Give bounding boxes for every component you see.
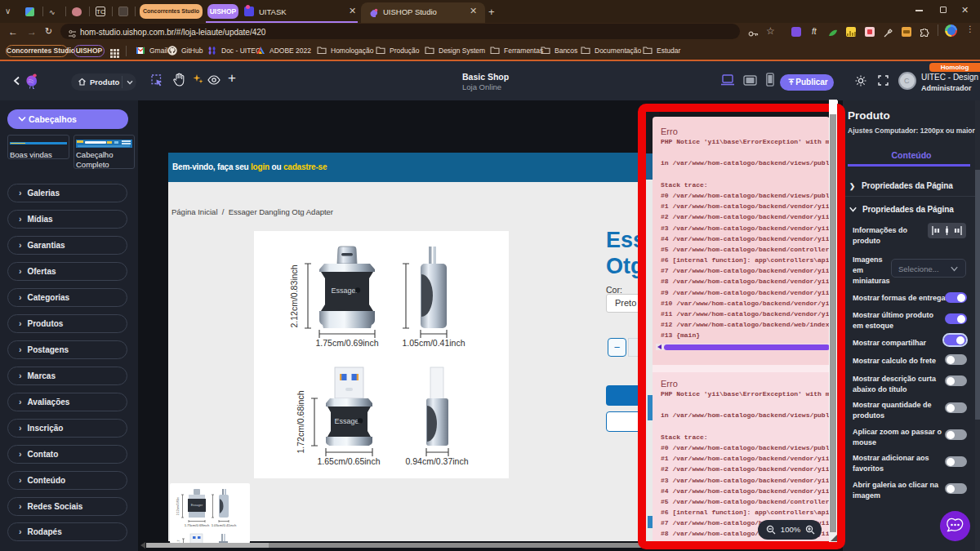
svg-text:1.72cm/0.68inch: 1.72cm/0.68inch	[296, 390, 305, 453]
svg-text:Essager: Essager	[334, 417, 361, 425]
svg-text:Essager: Essager	[331, 287, 358, 295]
svg-text:1.75cm/0.69inch: 1.75cm/0.69inch	[315, 338, 378, 348]
svg-text:2.12cm/0.83inch: 2.12cm/0.83inch	[289, 264, 299, 327]
svg-text:Essager: Essager	[191, 503, 203, 507]
svg-text:0.94cm/0.37inch: 0.94cm/0.37inch	[405, 456, 468, 466]
svg-text:1.65cm/0.65inch: 1.65cm/0.65inch	[317, 456, 380, 466]
svg-text:1.05cm/0.41inch: 1.05cm/0.41inch	[402, 338, 465, 348]
svg-text:2.12cm/0.83in: 2.12cm/0.83in	[176, 497, 180, 516]
svg-text:1.75cm/0.69inch: 1.75cm/0.69inch	[185, 523, 210, 527]
svg-text:1.05cm/0.41inch: 1.05cm/0.41inch	[212, 523, 237, 527]
